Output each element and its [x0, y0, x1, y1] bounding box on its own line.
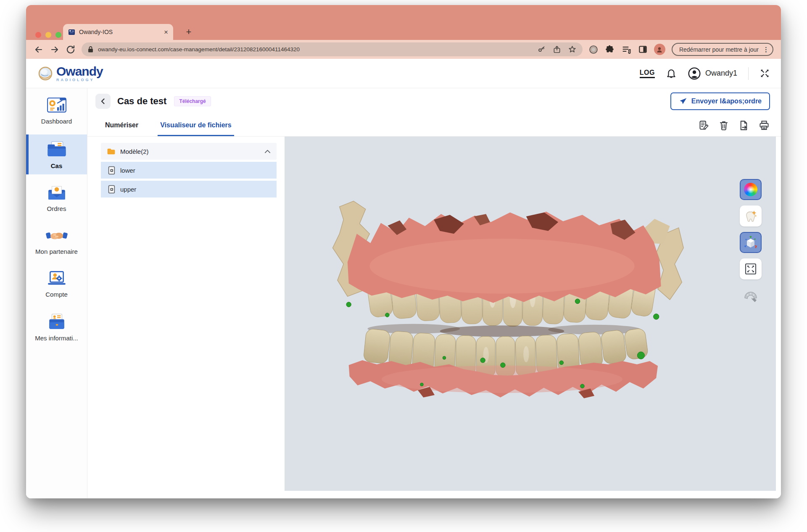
user-menu[interactable]: Owandy1	[688, 67, 737, 80]
model-folder-header[interactable]: Modèle(2)	[101, 143, 277, 160]
forward-icon[interactable]	[50, 45, 60, 55]
fit-view-icon	[744, 263, 757, 275]
sidebar-item-label: Ordres	[47, 205, 66, 212]
app-header: Owandy RADIOLOGY LOG Owandy1	[26, 59, 781, 88]
margin-annotate-button[interactable]	[740, 285, 762, 306]
send-order-label: Envoyer l&apos;ordre	[691, 97, 762, 105]
send-order-button[interactable]: Envoyer l&apos;ordre	[670, 92, 770, 110]
file-name: upper	[120, 186, 136, 193]
password-key-icon[interactable]	[537, 45, 546, 54]
sidebar-item-mes-informations[interactable]: Mes informati...	[26, 308, 87, 347]
owandy-app: Owandy RADIOLOGY LOG Owandy1	[26, 59, 781, 498]
sidebar-item-label: Mes informati...	[35, 334, 78, 342]
close-window-button[interactable]	[35, 32, 41, 38]
model-3d-viewer[interactable]	[285, 137, 776, 491]
sidebar-item-label: Compte	[45, 291, 68, 298]
logo-text: Owandy	[56, 65, 103, 78]
browser-update-button[interactable]: Redémarrer pour mettre à jour ⋮	[672, 43, 773, 56]
fullscreen-icon[interactable]	[760, 68, 770, 79]
reload-icon[interactable]	[66, 45, 76, 55]
browser-tabstrip: Owandy-IOS × +	[26, 5, 781, 40]
paper-plane-icon	[679, 97, 687, 105]
minimize-window-button[interactable]	[45, 32, 51, 38]
sidebar-nav: Dashboard Cas	[26, 88, 87, 498]
model-file-icon	[108, 166, 116, 175]
owandy-logo[interactable]: Owandy RADIOLOGY	[37, 65, 103, 82]
model-folder-label: Modèle(2)	[120, 148, 260, 155]
tab-label: Visualiseur de fichiers	[160, 121, 232, 129]
side-panel-icon[interactable]	[638, 45, 648, 54]
owandy-globe-icon	[37, 65, 54, 82]
sidebar-item-dashboard[interactable]: Dashboard	[26, 92, 87, 130]
update-button-label: Redémarrer pour mettre à jour	[679, 46, 759, 53]
favicon	[68, 29, 75, 36]
chevron-left-icon	[100, 98, 106, 105]
case-body: Modèle(2) lower upper	[87, 137, 781, 498]
file-row-lower[interactable]: lower	[101, 162, 277, 179]
edit-document-icon[interactable]	[698, 120, 709, 131]
extensions-puzzle-icon[interactable]	[605, 45, 615, 55]
url-bar[interactable]: owandy-eu.ios-connect.com/case-managemen…	[82, 42, 583, 56]
orders-envelope-icon	[47, 184, 67, 201]
share-icon[interactable]	[553, 45, 561, 54]
orientation-button[interactable]	[740, 232, 762, 253]
color-wheel-icon	[744, 183, 757, 196]
delete-trash-icon[interactable]	[718, 120, 729, 131]
log-button[interactable]: LOG	[640, 69, 655, 78]
user-avatar-icon	[688, 67, 701, 80]
logo-subtext: RADIOLOGY	[56, 78, 103, 82]
zoom-window-button[interactable]	[55, 32, 61, 38]
viewer-tools	[740, 179, 762, 306]
file-row-upper[interactable]: upper	[101, 181, 277, 198]
orientation-cube-icon	[744, 235, 758, 250]
model-file-icon	[108, 185, 116, 194]
print-icon[interactable]	[758, 120, 770, 131]
export-file-icon[interactable]	[738, 120, 749, 131]
chevron-up-icon[interactable]	[264, 149, 271, 154]
tab-visualiseur[interactable]: Visualiseur de fichiers	[160, 114, 232, 136]
tooth-polish-icon	[744, 209, 757, 223]
sidebar-item-label: Mon partenaire	[35, 248, 78, 255]
url-text: owandy-eu.ios-connect.com/case-managemen…	[98, 46, 533, 53]
partner-handshake-icon	[46, 227, 68, 244]
color-texture-toggle-button[interactable]	[740, 179, 762, 200]
tab-numeriser[interactable]: Numériser	[105, 114, 138, 136]
fit-view-button[interactable]	[740, 258, 762, 279]
extension-badge-icon[interactable]	[588, 45, 599, 55]
profile-person-icon	[656, 46, 663, 53]
arch-annotate-icon	[742, 288, 759, 303]
sidebar-item-ordres[interactable]: Ordres	[26, 179, 87, 217]
new-tab-button[interactable]: +	[182, 26, 195, 38]
sidebar-item-mon-partenaire[interactable]: Mon partenaire	[26, 222, 87, 260]
account-laptop-icon	[47, 270, 67, 287]
reading-list-icon[interactable]	[621, 45, 632, 55]
username: Owandy1	[705, 69, 737, 78]
back-button[interactable]	[95, 94, 111, 109]
sidebar-item-cas[interactable]: Cas	[26, 134, 87, 174]
lock-icon	[87, 46, 94, 53]
folder-icon	[107, 147, 116, 155]
chrome-menu-icon[interactable]: ⋮	[763, 46, 769, 53]
notifications-bell-icon[interactable]	[666, 68, 677, 79]
case-title: Cas de test	[117, 96, 166, 107]
window-controls	[35, 32, 61, 38]
browser-profile-avatar[interactable]	[654, 44, 665, 55]
back-icon[interactable]	[34, 45, 44, 55]
bookmark-star-icon[interactable]	[568, 45, 577, 54]
model-polish-button[interactable]	[740, 205, 762, 226]
dashboard-icon	[47, 97, 67, 114]
file-tree-panel: Modèle(2) lower upper	[101, 137, 277, 498]
header-divider	[748, 67, 749, 80]
cases-folder-icon	[46, 140, 68, 158]
tab-title: Owandy-IOS	[79, 29, 160, 35]
file-name: lower	[120, 167, 135, 174]
case-title-row: Cas de test Téléchargé Envoyer l&apos;or…	[87, 88, 781, 114]
tab-label: Numériser	[105, 121, 138, 129]
sidebar-item-label: Dashboard	[41, 118, 72, 125]
browser-tab[interactable]: Owandy-IOS ×	[63, 24, 173, 40]
close-tab-icon[interactable]: ×	[164, 29, 168, 36]
sidebar-item-compte[interactable]: Compte	[26, 265, 87, 303]
my-info-folder-icon	[47, 313, 67, 331]
case-tabs: Numériser Visualiseur de fichiers	[87, 114, 781, 137]
dental-scan-model	[301, 195, 703, 406]
